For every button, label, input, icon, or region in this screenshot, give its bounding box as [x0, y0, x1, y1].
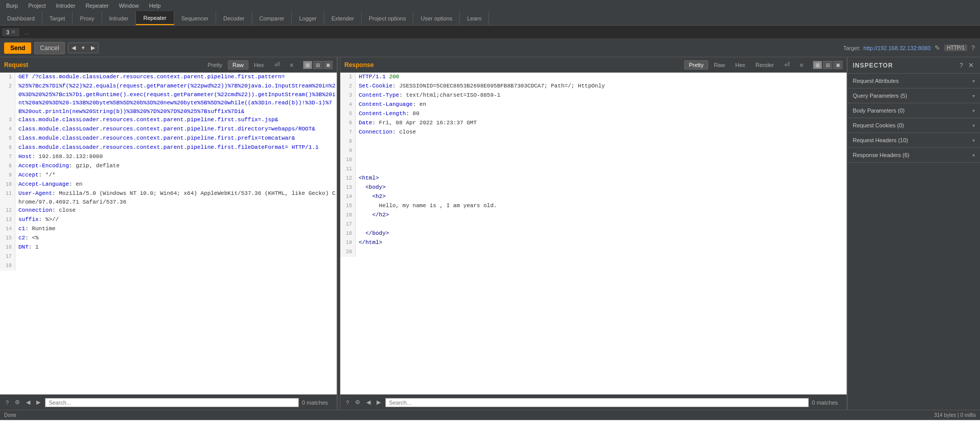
status-right-text: 314 bytes | 0 millis — [934, 412, 976, 418]
request-tab-raw[interactable]: Raw — [228, 60, 248, 70]
tab-learn[interactable]: Learn — [460, 11, 489, 25]
response-view-tabs: Pretty Raw Hex Render ⏎ ≡ — [684, 59, 808, 70]
tab-intruder[interactable]: Intruder — [102, 11, 136, 25]
request-tab-pretty[interactable]: Pretty — [203, 60, 227, 70]
request-tab-hex[interactable]: Hex — [249, 60, 269, 70]
request-code-area[interactable]: 1GET /?class.module.classLoader.resource… — [0, 73, 337, 394]
response-tab-pretty[interactable]: Pretty — [684, 60, 708, 70]
tab-target[interactable]: Target — [42, 11, 73, 25]
inspector-section-resp-headers: Response Headers (6) ▾ — [848, 148, 980, 163]
menu-burp[interactable]: Burp — [4, 2, 20, 10]
table-row: 4class.module.classLoader.resources.cont… — [0, 125, 337, 134]
tab-extender[interactable]: Extender — [324, 11, 362, 25]
tab-user-options[interactable]: User options — [413, 11, 460, 25]
response-search-settings[interactable]: ⚙ — [354, 398, 362, 406]
resp-format-btn-3[interactable]: ▣ — [833, 61, 843, 69]
target-label: Target: — [843, 45, 860, 51]
inspector-section-attributes-header[interactable]: Request Attributes ▾ — [848, 74, 980, 88]
request-view-tabs: Pretty Raw Hex ⏎ ≡ — [203, 59, 298, 70]
response-view-format: ▦ ▤ ▣ — [813, 61, 843, 69]
response-tab-raw[interactable]: Raw — [709, 60, 730, 70]
response-search-help[interactable]: ? — [344, 399, 351, 406]
tab-sequencer[interactable]: Sequencer — [174, 11, 216, 25]
request-search-matches: 0 matches — [302, 400, 333, 406]
table-row: 15c2: <% — [0, 234, 337, 243]
menu-project[interactable]: Project — [26, 2, 48, 10]
tab-comparer[interactable]: Comparer — [252, 11, 292, 25]
response-tab-menu[interactable]: ≡ — [796, 60, 808, 70]
table-row: 9 — [340, 146, 847, 156]
request-panel: Request Pretty Raw Hex ⏎ ≡ ▦ ▤ ▣ 1GET /?… — [0, 57, 337, 410]
response-tab-render[interactable]: Render — [751, 60, 779, 70]
close-icon[interactable]: ✕ — [11, 29, 15, 35]
table-row: 3Content-Type: text/html;charset=ISO-885… — [340, 91, 847, 100]
nav-right-button[interactable]: ▶ — [88, 43, 98, 53]
menu-bar: Burp Project Intruder Repeater Window He… — [0, 0, 980, 11]
inspector-section-query-header[interactable]: Query Parameters (5) ▾ — [848, 88, 980, 103]
inspector-panel: INSPECTOR ? ✕ Request Attributes ▾ Query… — [847, 57, 980, 410]
tab-logger[interactable]: Logger — [292, 11, 324, 25]
inspector-close-button[interactable]: ✕ — [967, 60, 975, 70]
request-panel-header: Request Pretty Raw Hex ⏎ ≡ ▦ ▤ ▣ — [0, 57, 337, 73]
table-row: 18 — [0, 261, 337, 271]
nav-dropdown-button[interactable]: ▾ — [79, 43, 88, 53]
nav-left-button[interactable]: ◀ — [68, 43, 79, 53]
request-search-next[interactable]: ▶ — [35, 398, 42, 406]
format-btn-3[interactable]: ▣ — [323, 61, 333, 69]
inspector-section-req-headers-header[interactable]: Request Headers (10) ▾ — [848, 133, 980, 147]
format-btn-1[interactable]: ▦ — [303, 61, 312, 69]
inspector-section-body-header[interactable]: Body Parameters (0) ▾ — [848, 103, 980, 118]
cancel-button[interactable]: Cancel — [34, 42, 64, 54]
tab-decoder[interactable]: Decoder — [216, 11, 252, 25]
table-row: 3class.module.classLoader.resources.cont… — [0, 116, 337, 125]
response-panel: Response Pretty Raw Hex Render ⏎ ≡ ▦ ▤ ▣… — [340, 57, 847, 410]
tab-proxy[interactable]: Proxy — [73, 11, 102, 25]
table-row: 12Connection: close — [0, 206, 337, 215]
format-btn-2[interactable]: ▤ — [313, 61, 322, 69]
menu-window[interactable]: Window — [117, 2, 141, 10]
request-search-input[interactable] — [45, 398, 299, 407]
table-row: 7Connection: close — [340, 128, 847, 137]
table-row: 6class.module.classLoader.resources.cont… — [0, 143, 337, 152]
response-search-next[interactable]: ▶ — [375, 398, 382, 406]
menu-intruder[interactable]: Intruder — [54, 2, 78, 10]
edit-target-button[interactable]: ✎ — [934, 43, 941, 53]
table-row: 20 — [340, 248, 847, 257]
table-row: 1HTTP/1.1 200 — [340, 73, 847, 82]
send-button[interactable]: Send — [4, 42, 31, 54]
sub-tab-3[interactable]: 3 ✕ — [2, 28, 19, 36]
response-code-area[interactable]: 1HTTP/1.1 2002Set-Cookie: JSESSIONID=5C0… — [340, 73, 847, 394]
inspector-body-label: Body Parameters (0) — [853, 107, 904, 114]
more-dots: ... — [25, 29, 29, 35]
inspector-section-resp-headers-header[interactable]: Response Headers (6) ▾ — [848, 148, 980, 162]
menu-help[interactable]: Help — [147, 2, 163, 10]
tab-dashboard[interactable]: Dashboard — [0, 11, 42, 25]
table-row: 14c1: Runtime — [0, 225, 337, 234]
table-row: 11 — [340, 165, 847, 174]
status-text: Done — [4, 412, 16, 418]
tab-repeater[interactable]: Repeater — [136, 11, 174, 25]
inspector-help-button[interactable]: ? — [959, 60, 964, 70]
tab-project-options[interactable]: Project options — [362, 11, 414, 25]
response-search-input[interactable] — [385, 398, 809, 407]
chevron-down-icon: ▾ — [972, 93, 975, 99]
request-search-prev[interactable]: ◀ — [25, 398, 32, 406]
table-row: 14 <h2> — [340, 192, 847, 202]
response-tab-hex[interactable]: Hex — [731, 60, 750, 70]
resp-format-btn-1[interactable]: ▦ — [813, 61, 822, 69]
resp-format-btn-2[interactable]: ▤ — [823, 61, 832, 69]
inspector-req-headers-label: Request Headers (10) — [853, 137, 908, 143]
request-tab-ln[interactable]: ⏎ — [270, 59, 285, 70]
request-search-help[interactable]: ? — [4, 399, 10, 406]
sub-tab-label: 3 — [6, 29, 9, 35]
http-version-badge: HTTP/1 — [944, 45, 967, 51]
sub-tab-more[interactable]: ... — [20, 28, 33, 36]
response-search-prev[interactable]: ◀ — [365, 398, 372, 406]
inspector-section-cookies-header[interactable]: Request Cookies (0) ▾ — [848, 118, 980, 132]
request-search-settings[interactable]: ⚙ — [13, 398, 21, 406]
nav-button-group: ◀ ▾ ▶ — [68, 42, 99, 53]
menu-repeater[interactable]: Repeater — [83, 2, 110, 10]
response-tab-ln[interactable]: ⏎ — [780, 59, 795, 70]
http-help-button[interactable]: ? — [970, 43, 976, 53]
request-tab-menu[interactable]: ≡ — [286, 60, 298, 70]
